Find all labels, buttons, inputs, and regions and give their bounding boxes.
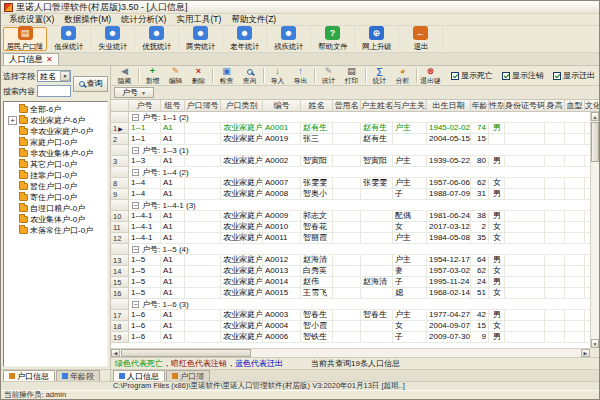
cell-grp[interactable]: A1 <box>161 255 185 266</box>
search-input[interactable] <box>37 85 71 97</box>
cell-sex[interactable]: 男 <box>489 156 505 167</box>
cell-head[interactable] <box>361 233 393 244</box>
cell-birth[interactable]: 1945-02-02 <box>427 123 471 134</box>
table-row[interactable]: 171--6A1农业家庭户A0003智春生智春生户主1977-04-2742男 <box>111 310 590 321</box>
cell-birth[interactable]: 1957-03-02 <box>427 266 471 277</box>
table-row[interactable]: 91--4A1农业家庭户A0008智奥小子1988-07-0931男 <box>111 189 590 200</box>
mdi-tab-population-info[interactable]: 人口信息 ✕ <box>3 53 59 65</box>
tree-item-9[interactable]: 自理口粮户-0户 <box>4 203 107 214</box>
tab-0[interactable]: 人口信息 <box>113 370 165 381</box>
cell-grp[interactable]: A1 <box>161 277 185 288</box>
cell-code[interactable]: A0008 <box>263 189 301 200</box>
horizontal-scrollbar[interactable]: ◀ ▶ <box>111 348 590 357</box>
cell-type[interactable]: 农业家庭户 <box>221 266 263 277</box>
cell-code[interactable]: A0002 <box>263 156 301 167</box>
table-row[interactable]: 121--4-1A1农业家庭户A0011智丽霞户主1984-05-0835女 <box>111 233 590 244</box>
cell-id[interactable] <box>505 321 545 332</box>
cell-id[interactable] <box>505 233 545 244</box>
cell-sex[interactable] <box>489 134 505 145</box>
menu-item-2[interactable]: 统计分析(X) <box>116 14 171 26</box>
cell-book[interactable] <box>185 321 221 332</box>
checkbox-show-1[interactable]: 显示注销 <box>502 70 544 81</box>
cell-grp[interactable]: A1 <box>161 321 185 332</box>
menu-item-1[interactable]: 数据操作(M) <box>59 14 116 26</box>
cell-rel[interactable]: 媳 <box>393 288 427 299</box>
cell-former[interactable] <box>333 310 361 321</box>
cell-id[interactable] <box>505 255 545 266</box>
horizontal-scrollbar-thumb[interactable] <box>121 349 251 357</box>
cell-sex[interactable]: 男 <box>489 332 505 343</box>
cell-age[interactable]: 9 <box>471 332 489 343</box>
lianglao-stats-button[interactable]: ☻两劳统计 <box>179 27 223 51</box>
cell-head[interactable]: 赵有生 <box>361 123 393 134</box>
cell-blood[interactable] <box>565 233 585 244</box>
cell-hh[interactable]: 1--4 <box>129 189 161 200</box>
cell-blood[interactable] <box>565 222 585 233</box>
cell-birth[interactable]: 1939-05-22 <box>427 156 471 167</box>
cell-head[interactable] <box>361 321 393 332</box>
online-upgrade-button[interactable]: ⊕网上升级 <box>355 27 399 51</box>
cell-grp[interactable]: A1 <box>161 332 185 343</box>
cell-name[interactable]: 张三 <box>301 134 333 145</box>
cell-head[interactable] <box>361 189 393 200</box>
cell-grp[interactable]: A1 <box>161 233 185 244</box>
edit-button[interactable]: ✎编辑 <box>164 67 187 85</box>
cell-former[interactable] <box>333 222 361 233</box>
cell-sex[interactable]: 女 <box>489 233 505 244</box>
cell-hh[interactable]: 1--1 <box>129 123 161 134</box>
field-select[interactable]: 姓名 ▼ <box>37 70 71 82</box>
tab-1[interactable]: 户口簿 <box>166 370 210 381</box>
cell-former[interactable] <box>333 277 361 288</box>
column-header-rel[interactable]: 与户主关系 <box>393 100 427 112</box>
cell-grp[interactable]: A1 <box>161 123 185 134</box>
cell-id[interactable] <box>505 266 545 277</box>
help-button[interactable]: ?帮助文件 <box>311 27 355 51</box>
cell-sex[interactable]: 女 <box>489 222 505 233</box>
collapse-icon[interactable]: − <box>132 202 139 209</box>
cell-birth[interactable]: 1984-05-08 <box>427 233 471 244</box>
cell-former[interactable] <box>333 178 361 189</box>
cell-grp[interactable]: A1 <box>161 134 185 145</box>
cell-sex[interactable]: 男 <box>489 123 505 134</box>
cell-age[interactable]: 35 <box>471 233 489 244</box>
table-row[interactable]: 131--5A1农业家庭户A0012赵海清户主1954-12-1764男 <box>111 255 590 266</box>
menu-item-0[interactable]: 系统设置(X) <box>4 14 59 26</box>
design-button[interactable]: ✎设计 <box>317 67 340 85</box>
cell-grp[interactable]: A1 <box>161 310 185 321</box>
cell-rel[interactable]: 户主 <box>393 233 427 244</box>
cell-head[interactable]: 赵有生 <box>361 134 393 145</box>
cell-rel[interactable]: 女 <box>393 321 427 332</box>
cell-blood[interactable] <box>565 189 585 200</box>
cell-birth[interactable]: 1957-06-06 <box>427 178 471 189</box>
cell-birth[interactable]: 2017-03-12 <box>427 222 471 233</box>
column-header-former[interactable]: 曾用名 <box>333 100 361 112</box>
cell-head[interactable]: 智寅阳 <box>361 156 393 167</box>
cell-code[interactable]: A0007 <box>263 178 301 189</box>
cell-id[interactable] <box>505 211 545 222</box>
cell-type[interactable]: 农业家庭户 <box>221 255 263 266</box>
cell-former[interactable] <box>333 266 361 277</box>
cell-birth[interactable]: 2009-07-30 <box>427 332 471 343</box>
cell-head[interactable] <box>361 255 393 266</box>
cell-age[interactable]: 62 <box>471 178 489 189</box>
cell-rel[interactable]: 妻 <box>393 266 427 277</box>
cell-hh[interactable]: 1--4 <box>129 178 161 189</box>
cell-sex[interactable]: 男 <box>489 211 505 222</box>
cell-type[interactable]: 农业家庭户 <box>221 211 263 222</box>
tree-item-8[interactable]: 寄住户口-0户 <box>4 192 107 203</box>
cell-birth[interactable]: 1968-02-14 <box>427 288 471 299</box>
menu-item-4[interactable]: 帮助文件(Z) <box>226 14 281 26</box>
cell-id[interactable] <box>505 178 545 189</box>
cell-id[interactable] <box>505 134 545 145</box>
cell-height[interactable] <box>545 332 565 343</box>
cell-sex[interactable]: 女 <box>489 321 505 332</box>
cell-former[interactable] <box>333 123 361 134</box>
table-row[interactable]: 181--6A1农业家庭户A0004智小霞女2004-09-0715女 <box>111 321 590 332</box>
cell-head[interactable]: 赵海清 <box>361 277 393 288</box>
menu-item-3[interactable]: 实用工具(T) <box>171 14 226 26</box>
group-row[interactable]: −户号: 1--5 (4) <box>111 244 590 255</box>
cell-name[interactable]: 智春生 <box>301 310 333 321</box>
cell-blood[interactable] <box>565 266 585 277</box>
vertical-scrollbar[interactable]: ▲ ▼ <box>590 112 599 348</box>
cell-hh[interactable]: 1--6 <box>129 310 161 321</box>
